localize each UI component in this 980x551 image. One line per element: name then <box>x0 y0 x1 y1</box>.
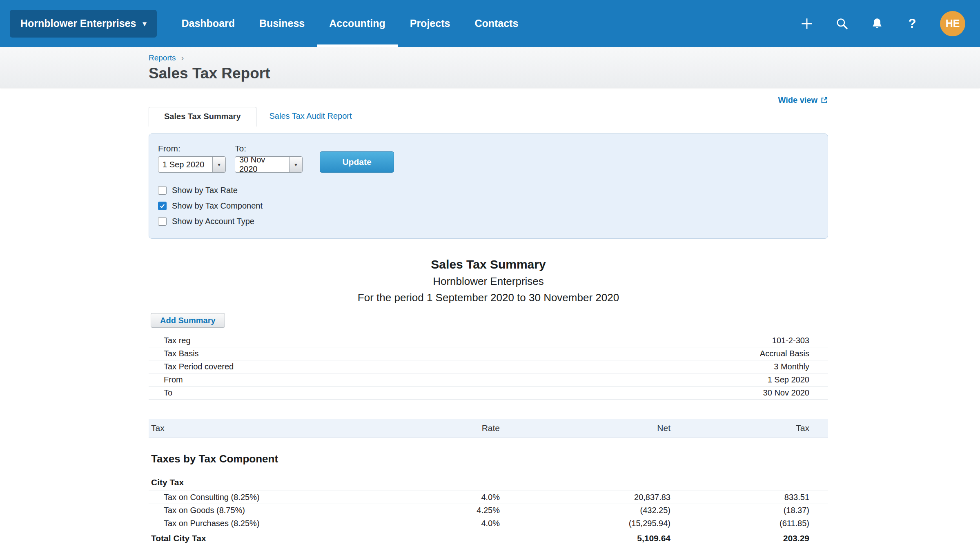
report-company: Hornblower Enterprises <box>149 275 828 288</box>
checkbox-tax-component[interactable] <box>158 202 167 210</box>
org-name: Hornblower Enterprises <box>20 18 136 29</box>
meta-label: Tax Period covered <box>164 362 774 371</box>
breadcrumb-separator: › <box>181 53 184 62</box>
checkbox-tax-rate[interactable] <box>158 186 167 195</box>
meta-value: Accrual Basis <box>760 349 809 358</box>
main-nav: Dashboard Business Accounting Projects C… <box>169 0 530 47</box>
section-title: Taxes by Tax Component <box>151 453 828 465</box>
table-row: Tax on Goods (8.75%) 4.25% (432.25) (18.… <box>149 504 828 517</box>
nav-item-dashboard[interactable]: Dashboard <box>169 0 247 47</box>
report-period: For the period 1 September 2020 to 30 No… <box>149 291 828 304</box>
breadcrumb: Reports › <box>149 53 828 62</box>
cell-tax-name: Tax on Goods (8.75%) <box>151 506 394 515</box>
nav-label: Contacts <box>474 18 518 29</box>
table-row: Tax Period covered 3 Monthly <box>149 360 828 373</box>
show-by-tax-component-option[interactable]: Show by Tax Component <box>158 201 815 211</box>
meta-value: 30 Nov 2020 <box>763 389 809 397</box>
wide-view-link[interactable]: Wide view <box>778 96 828 105</box>
to-date-select[interactable]: 30 Nov 2020 ▾ <box>235 156 303 173</box>
help-glyph: ? <box>909 16 916 31</box>
add-summary-button[interactable]: Add Summary <box>151 313 225 328</box>
from-date-field: From: 1 Sep 2020 ▾ <box>158 144 226 173</box>
app-screen: Hornblower Enterprises ▾ Dashboard Busin… <box>0 0 980 551</box>
nav-item-contacts[interactable]: Contacts <box>462 0 530 47</box>
search-icon[interactable] <box>835 16 849 31</box>
show-by-account-type-option[interactable]: Show by Account Type <box>158 217 815 226</box>
nav-item-accounting[interactable]: Accounting <box>317 0 398 47</box>
report-heading: Sales Tax Summary Hornblower Enterprises… <box>149 258 828 304</box>
wide-view-row: Wide view <box>149 96 828 105</box>
col-header-tax-amount: Tax <box>670 423 809 433</box>
help-icon[interactable]: ? <box>905 16 920 31</box>
page-header: Reports › Sales Tax Report <box>0 47 980 88</box>
nav-item-business[interactable]: Business <box>247 0 317 47</box>
wide-view-label: Wide view <box>778 96 817 105</box>
cell-tax-amount: 833.51 <box>670 493 809 502</box>
check-icon <box>159 203 165 209</box>
col-header-tax: Tax <box>151 423 394 433</box>
nav-label: Dashboard <box>181 18 235 29</box>
show-by-tax-rate-option[interactable]: Show by Tax Rate <box>158 186 815 195</box>
chevron-down-icon: ▾ <box>143 19 146 28</box>
to-date-field: To: 30 Nov 2020 ▾ <box>235 144 303 173</box>
total-tax-amount: 203.29 <box>670 533 809 543</box>
bell-icon[interactable] <box>870 16 884 31</box>
update-button[interactable]: Update <box>320 151 394 173</box>
from-date-select[interactable]: 1 Sep 2020 ▾ <box>158 156 226 173</box>
chevron-down-icon[interactable]: ▾ <box>212 157 225 172</box>
org-switcher-button[interactable]: Hornblower Enterprises ▾ <box>10 10 157 38</box>
meta-label: Tax reg <box>164 336 772 345</box>
chevron-down-icon[interactable]: ▾ <box>289 157 302 172</box>
total-rate-empty <box>394 533 500 543</box>
tab-sales-tax-audit-report[interactable]: Sales Tax Audit Report <box>256 107 365 127</box>
checkbox-label: Show by Tax Rate <box>172 186 238 195</box>
total-row: Total City Tax 5,109.64 203.29 <box>149 530 828 547</box>
checkbox-label: Show by Account Type <box>172 217 254 226</box>
plus-icon[interactable] <box>800 16 814 31</box>
group-title-city-tax: City Tax <box>151 478 828 487</box>
col-header-net: Net <box>500 423 670 433</box>
meta-label: Tax Basis <box>164 349 760 358</box>
table-row: Tax on Purchases (8.25%) 4.0% (15,295.94… <box>149 517 828 530</box>
cell-rate: 4.0% <box>394 493 500 502</box>
col-header-rate: Rate <box>394 423 500 433</box>
nav-label: Projects <box>410 18 450 29</box>
total-label: Total City Tax <box>151 533 394 543</box>
cell-rate: 4.25% <box>394 506 500 515</box>
cell-tax-amount: (18.37) <box>670 506 809 515</box>
checkbox-label: Show by Tax Component <box>172 201 263 211</box>
cell-net: 20,837.83 <box>500 493 670 502</box>
nav-item-projects[interactable]: Projects <box>398 0 463 47</box>
meta-value: 101-2-303 <box>772 336 809 345</box>
breadcrumb-reports-link[interactable]: Reports <box>149 53 176 62</box>
meta-label: To <box>164 389 763 397</box>
cell-tax-name: Tax on Purchases (8.25%) <box>151 519 394 528</box>
cell-tax-name: Tax on Consulting (8.25%) <box>151 493 394 502</box>
top-navbar: Hornblower Enterprises ▾ Dashboard Busin… <box>0 0 980 47</box>
from-date-value: 1 Sep 2020 <box>158 157 212 172</box>
avatar-initials: HE <box>946 18 960 29</box>
meta-label: From <box>164 375 768 384</box>
external-link-icon <box>820 96 828 104</box>
table-column-headers: Tax Rate Net Tax <box>149 419 828 438</box>
cell-net: (432.25) <box>500 506 670 515</box>
to-label: To: <box>235 144 303 153</box>
report-tabs: Sales Tax Summary Sales Tax Audit Report <box>149 107 828 127</box>
from-label: From: <box>158 144 226 153</box>
table-row: Tax on Consulting (8.25%) 4.0% 20,837.83… <box>149 491 828 504</box>
filter-checkboxes: Show by Tax Rate Show by Tax Component S… <box>158 186 815 226</box>
table-row: To 30 Nov 2020 <box>149 386 828 399</box>
table-row: Tax Basis Accrual Basis <box>149 347 828 360</box>
avatar[interactable]: HE <box>940 11 965 36</box>
tab-sales-tax-summary[interactable]: Sales Tax Summary <box>149 107 256 127</box>
nav-utilities: ? HE <box>800 11 965 36</box>
cell-tax-amount: (611.85) <box>670 519 809 528</box>
meta-value: 3 Monthly <box>774 362 809 371</box>
tax-component-table: Tax on Consulting (8.25%) 4.0% 20,837.83… <box>149 491 828 547</box>
page-title: Sales Tax Report <box>149 65 828 82</box>
nav-label: Business <box>259 18 305 29</box>
filter-panel: From: 1 Sep 2020 ▾ To: 30 Nov 2020 ▾ Upd… <box>149 133 828 239</box>
report-meta-table: Tax reg 101-2-303 Tax Basis Accrual Basi… <box>149 334 828 400</box>
checkbox-account-type[interactable] <box>158 217 167 226</box>
total-net: 5,109.64 <box>500 533 670 543</box>
